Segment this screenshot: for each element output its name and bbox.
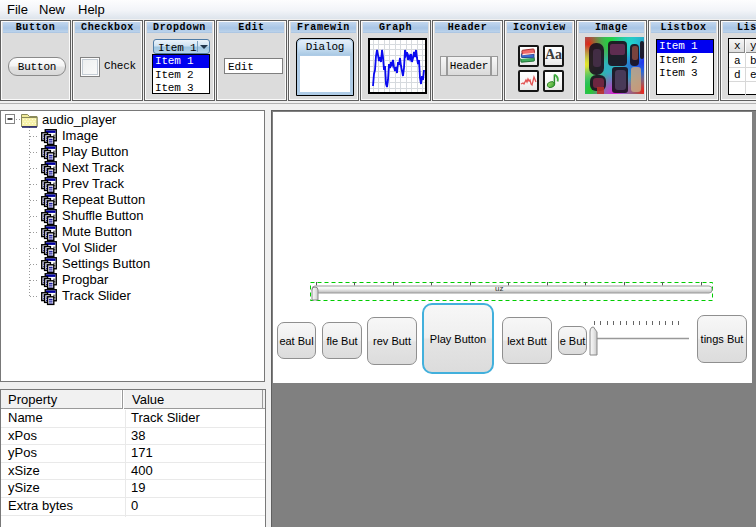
svg-text:uz: uz bbox=[495, 284, 503, 293]
